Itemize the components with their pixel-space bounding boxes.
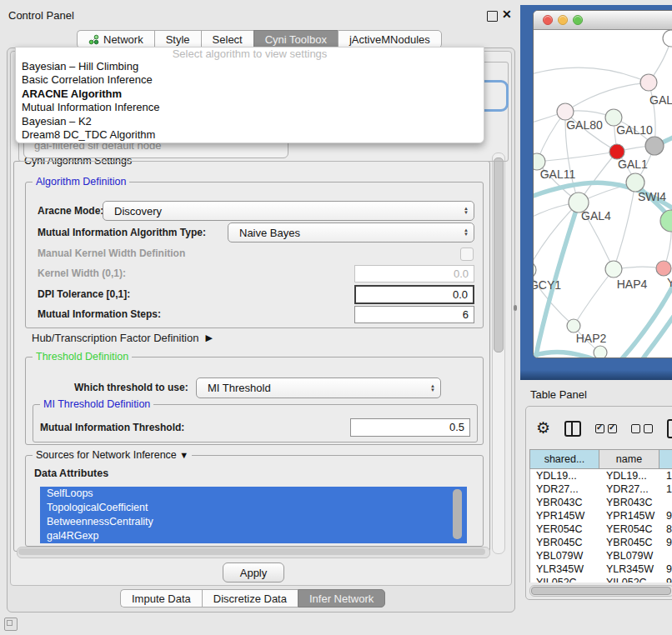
- network-node-label: HAP4: [617, 278, 648, 291]
- chevron-down-icon[interactable]: ▼: [179, 450, 188, 460]
- tab-label: Network: [103, 33, 143, 46]
- network-node-hap2[interactable]: [567, 319, 580, 332]
- network-edge[interactable]: [614, 182, 635, 269]
- mi-type-combo[interactable]: Naive Bayes ▲ ▼: [228, 222, 474, 242]
- mi-steps-input[interactable]: 6: [354, 306, 474, 323]
- network-node-y[interactable]: [656, 261, 671, 276]
- settings-horizontal-scrollbar[interactable]: [17, 547, 490, 558]
- settings-vscroll-thumb[interactable]: [494, 158, 504, 352]
- which-threshold-combo[interactable]: MI Threshold ▲ ▼: [196, 378, 441, 398]
- apply-button[interactable]: Apply: [223, 562, 284, 582]
- dropdown-item[interactable]: Basic Correlation Inference: [16, 73, 484, 87]
- float-window-icon[interactable]: [487, 11, 498, 22]
- tab-label: Infer Network: [309, 592, 374, 605]
- network-node-gcy1[interactable]: [534, 262, 536, 278]
- network-node-label: GCY1: [534, 278, 561, 292]
- table-cell: YIL052C: [530, 576, 600, 582]
- tab-select[interactable]: Select: [201, 30, 253, 48]
- dpi-tolerance-input[interactable]: 0.0: [354, 285, 474, 304]
- dropdown-item[interactable]: Mutual Information Inference: [16, 101, 484, 114]
- table-cell: YER054C: [530, 522, 600, 536]
- network-edge[interactable]: [565, 82, 649, 112]
- attribute-item[interactable]: TopologicalCoefficient: [40, 501, 467, 515]
- close-icon[interactable]: ✕: [502, 8, 512, 21]
- table-row[interactable]: YDR27...YDR27...12: [530, 482, 672, 496]
- table-cell: 9.: [660, 536, 672, 549]
- tab-cyni-toolbox[interactable]: Cyni Toolbox: [253, 30, 338, 48]
- minimized-panel-icon[interactable]: [4, 618, 18, 631]
- network-node[interactable]: [594, 346, 607, 358]
- table-toolbar: ⚙: [536, 418, 672, 438]
- kernel-width-input[interactable]: 0.0: [354, 265, 474, 282]
- dropdown-item[interactable]: Dream8 DC_TDC Algorithm: [16, 128, 484, 142]
- tab-network[interactable]: Network: [77, 30, 154, 48]
- dropdown-item[interactable]: Bayesian – K2: [16, 115, 484, 128]
- network-graph[interactable]: GALGAL80GAL10GAL1GAL11SWI4GAL4GCY1HAP4YH…: [534, 30, 672, 358]
- tab-discretize-data[interactable]: Discretize Data: [202, 589, 298, 608]
- table-header-row: shared...nameA: [529, 449, 672, 469]
- tab-infer-network[interactable]: Infer Network: [298, 589, 385, 608]
- attribute-item[interactable]: BetweennessCentrality: [40, 515, 467, 529]
- table-row[interactable]: YIL052CYIL052C9: [530, 576, 672, 582]
- zoom-traffic-light-icon[interactable]: [573, 15, 583, 25]
- table-row[interactable]: YPR145WYPR145W9.: [530, 509, 672, 522]
- table-hscroll-thumb[interactable]: [531, 587, 671, 595]
- table-row[interactable]: YBR045CYBR045C9.: [530, 536, 672, 549]
- network-window-titlebar[interactable]: [534, 11, 672, 30]
- table-row[interactable]: YDL19...YDL19...13: [530, 469, 672, 482]
- network-node-swi4[interactable]: [626, 173, 644, 192]
- mi-threshold-input[interactable]: 0.5: [350, 418, 470, 437]
- attribute-list-scrollbar[interactable]: [453, 489, 462, 539]
- dropdown-item-list: Bayesian – Hill ClimbingBasic Correlatio…: [16, 60, 484, 142]
- table-horizontal-scrollbar[interactable]: [529, 585, 672, 597]
- network-node[interactable]: [663, 30, 672, 47]
- table-row[interactable]: YBR043CYBR043C: [530, 496, 672, 509]
- table-row[interactable]: YBL079WYBL079W: [530, 549, 672, 562]
- hub-expander[interactable]: Hub/Transcription Factor Definition ▶: [32, 332, 213, 344]
- network-edge[interactable]: [574, 269, 614, 326]
- table-column-header[interactable]: shared...: [529, 449, 599, 469]
- dropdown-item[interactable]: ARACNE Algorithm: [16, 88, 484, 101]
- table-row[interactable]: YLR345WYLR345W9.: [530, 562, 672, 576]
- minimize-traffic-light-icon[interactable]: [558, 15, 568, 25]
- panel-splitter-handle[interactable]: [514, 305, 517, 311]
- kernel-width-label: Kernel Width (0,1):: [38, 265, 126, 282]
- network-window[interactable]: GALGAL80GAL10GAL1GAL11SWI4GAL4GCY1HAP4YH…: [533, 10, 672, 358]
- dropdown-item[interactable]: Bayesian – Hill Climbing: [16, 60, 484, 73]
- tab-label: Style: [166, 33, 190, 46]
- network-node[interactable]: [645, 137, 664, 155]
- settings-vertical-scrollbar[interactable]: [492, 152, 505, 554]
- network-edge[interactable]: [537, 152, 617, 162]
- network-node-hap4[interactable]: [605, 261, 622, 278]
- manual-kernel-label: Manual Kernel Width Definition: [38, 244, 185, 262]
- aracne-mode-combo[interactable]: Discovery ▲ ▼: [103, 201, 474, 221]
- network-node[interactable]: [660, 210, 672, 232]
- close-traffic-light-icon[interactable]: [543, 15, 553, 25]
- tab-style[interactable]: Style: [154, 30, 201, 48]
- table-column-header[interactable]: name: [599, 449, 659, 469]
- which-threshold-value: MI Threshold: [208, 382, 271, 394]
- table-row[interactable]: YER054CYER054C8.: [530, 522, 672, 536]
- hide-columns-icon[interactable]: [631, 424, 653, 433]
- algorithm-definition-group: Algorithm Definition Aracne Mode: Discov…: [25, 182, 484, 328]
- split-columns-icon[interactable]: [564, 421, 581, 437]
- tab-jactivemnodules[interactable]: jActiveMNodules: [338, 30, 442, 48]
- table-cell: YBL079W: [530, 549, 600, 562]
- attribute-item[interactable]: SelfLoops: [40, 487, 467, 501]
- attribute-item[interactable]: gal4RGexp: [40, 529, 467, 543]
- mi-type-label: Mutual Information Algorithm Type:: [38, 222, 206, 242]
- network-node-gal80[interactable]: [557, 103, 574, 120]
- data-attributes-list[interactable]: SelfLoopsTopologicalCoefficientBetweenne…: [40, 487, 467, 544]
- network-edge[interactable]: [534, 68, 649, 82]
- tab-label: Discretize Data: [213, 592, 287, 605]
- network-node-gal[interactable]: [640, 74, 657, 91]
- table-cell: YPR145W: [600, 509, 660, 522]
- new-table-icon[interactable]: [667, 419, 672, 438]
- table-cell: YER054C: [600, 522, 660, 536]
- settings-hscroll-thumb[interactable]: [18, 548, 485, 555]
- manual-kernel-checkbox[interactable]: [460, 248, 474, 261]
- table-column-header[interactable]: A: [659, 449, 672, 469]
- tab-impute-data[interactable]: Impute Data: [120, 589, 202, 608]
- gear-icon[interactable]: ⚙: [536, 419, 550, 438]
- show-columns-icon[interactable]: [595, 424, 617, 433]
